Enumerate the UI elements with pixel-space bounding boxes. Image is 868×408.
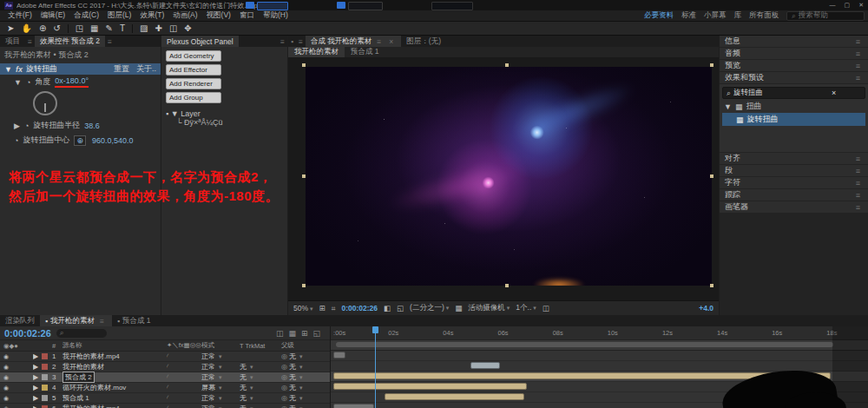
rotate-tool-icon[interactable]: ↺ (53, 23, 60, 33)
panel-menu-icon[interactable]: ≡ (853, 155, 863, 163)
parent-select[interactable]: ◎无▾ (281, 362, 330, 372)
tab-plexus[interactable]: Plexus Object Panel (161, 36, 239, 47)
expand-icon[interactable]: ▶ (33, 394, 38, 402)
composition-canvas-nebula[interactable] (306, 67, 712, 286)
layer-color-swatch[interactable] (42, 353, 48, 359)
eye-icon[interactable]: ◉ (3, 353, 9, 360)
panel-header-align[interactable]: 对齐≡ (720, 153, 868, 164)
panel-menu-icon[interactable]: ≡ (853, 167, 863, 175)
panel-menu-icon[interactable]: ≡ (853, 203, 863, 212)
workspace-essentials[interactable]: 必要资料 (644, 10, 674, 21)
window-minimize-button[interactable]: — (830, 2, 836, 9)
snapshot-icon[interactable]: ◧ (384, 304, 391, 313)
layer-color-swatch[interactable] (42, 385, 48, 391)
collapse-icon[interactable]: ▼ (724, 102, 732, 111)
panel-menu-icon[interactable]: ≡ (296, 36, 306, 47)
angle-dial[interactable] (33, 91, 57, 115)
collapse-icon[interactable]: ▼ (14, 78, 22, 87)
panel-header-info[interactable]: 信息≡ (720, 36, 868, 47)
layer-name[interactable]: 循环开火的素材.mov (62, 383, 167, 392)
radius-value[interactable]: 38.6 (84, 122, 100, 130)
time-ruler[interactable]: :00s 02s 04s 06s 08s 10s 12s 14s 16s 18s (331, 326, 868, 340)
collapse-icon[interactable]: ▼ (171, 109, 179, 118)
panel-menu-icon[interactable]: ≡ (25, 36, 35, 47)
table-row[interactable]: ◉ ▶ 5 预合成 1 ∕ 正常▾ 无▾ ◎无▾ (0, 393, 330, 404)
layer-color-swatch[interactable] (42, 374, 48, 380)
panel-menu-icon[interactable]: ≡ (853, 191, 863, 200)
exposure-value[interactable]: +4.0 (699, 304, 713, 313)
parent-header[interactable]: 父级 (281, 341, 330, 350)
menu-view[interactable]: 视图(V) (202, 10, 235, 21)
expand-icon[interactable]: ▶ (33, 363, 38, 371)
comp-handle[interactable] (505, 284, 509, 287)
panel-menu-icon[interactable]: ≡ (278, 36, 287, 47)
selection-tool-icon[interactable]: ➤ (7, 23, 14, 33)
playhead-handle[interactable] (372, 326, 378, 333)
table-row[interactable]: ◉ ▶ 6 我开枪的素材.mp4 ∕ 正常▾ 无▾ ◎无▾ (0, 404, 330, 408)
recorder-overlay-chip[interactable] (348, 2, 383, 10)
eye-icon[interactable]: ◉ (3, 405, 9, 408)
viewer-subtab-comp[interactable]: 我开枪的素材 (288, 47, 345, 57)
panel-header-character[interactable]: 字符≡ (720, 177, 868, 188)
tab-timeline-comp[interactable]: ▪ 我开枪的素材 ≡ (40, 315, 112, 326)
target-icon[interactable]: ⊕ (74, 135, 86, 146)
layer-duration-bar[interactable] (333, 352, 345, 359)
work-area-bar[interactable] (331, 340, 868, 351)
composition-mini-flowchart-icon[interactable]: ◫ (276, 329, 284, 338)
layer-duration-bar[interactable] (385, 393, 524, 400)
table-row[interactable]: ◉ ▶ 4 循环开火的素材.mov ∕ 屏幕▾ 无▾ ◎无▾ (0, 383, 330, 393)
panel-menu-icon[interactable]: ≡ (97, 317, 107, 326)
trkmat-select[interactable]: 无▾ (240, 404, 281, 408)
window-close-button[interactable]: ✕ (858, 2, 864, 9)
effects-category-distort[interactable]: ▼ ▦ 扭曲 (722, 99, 865, 113)
grid-guides-icon[interactable]: ⊞ (319, 304, 326, 313)
tab-effect-controls[interactable]: 效果控件 预合成 2 (35, 36, 105, 47)
comp-handle[interactable] (710, 284, 713, 287)
panel-header-effects-presets[interactable]: 效果和预设≡ (720, 72, 868, 83)
panel-menu-icon[interactable]: ≡ (105, 36, 115, 47)
puppet-pin-tool-icon[interactable]: ✥ (184, 23, 191, 33)
layer-name[interactable]: 我开枪的素材.mp4 (62, 352, 167, 361)
add-geometry-button[interactable]: Add Geometry (166, 50, 221, 62)
comp-handle[interactable] (505, 63, 509, 67)
mode-select[interactable]: 正常▾ (201, 352, 240, 361)
zoom-tool-icon[interactable]: ⊕ (39, 23, 46, 33)
panel-header-paint[interactable]: 画笔器≡ (720, 201, 868, 213)
layer-color-swatch[interactable] (42, 364, 48, 370)
center-value[interactable]: 960.0,540.0 (92, 136, 134, 145)
table-row[interactable]: ◉ ▶ 1 我开枪的素材.mp4 ∕ 正常▾ ◎无▾ (0, 352, 330, 362)
reset-button[interactable]: 重置 (114, 63, 129, 75)
layer-name[interactable]: 预合成 1 (62, 393, 167, 403)
layer-name[interactable]: 我开枪的素材 (62, 362, 167, 372)
menu-window[interactable]: 窗口 (235, 10, 259, 21)
expand-icon[interactable]: ▶ (33, 384, 38, 392)
panel-header-tracker[interactable]: 跟踪≡ (720, 189, 868, 201)
workspace-libraries[interactable]: 库 (734, 10, 742, 21)
resolution-menu[interactable]: (二分之一)▾ (410, 303, 449, 313)
menu-help[interactable]: 帮助(H) (259, 10, 293, 21)
about-button[interactable]: 关于.. (136, 63, 156, 75)
roto-brush-tool-icon[interactable]: ◫ (169, 23, 177, 33)
region-of-interest-icon[interactable]: ◱ (397, 304, 404, 313)
mask-tool-icon[interactable]: ▦ (90, 23, 98, 33)
layer-color-swatch[interactable] (42, 395, 48, 401)
clone-stamp-tool-icon[interactable]: ✚ (155, 23, 162, 33)
camera-tool-icon[interactable]: ◳ (76, 23, 83, 33)
close-icon[interactable]: × (386, 37, 396, 46)
parent-select[interactable]: ◎无▾ (281, 372, 330, 382)
brush-tool-icon[interactable]: ▨ (140, 23, 148, 33)
menu-effect[interactable]: 效果(T) (135, 10, 168, 21)
layer-name[interactable]: 预合成 2 (62, 372, 167, 383)
table-row-selected[interactable]: ◉ ▶ 3 预合成 2 ∕ 正常▾ 无▾ ◎无▾ (0, 372, 330, 383)
composition-viewport[interactable] (288, 57, 719, 301)
pen-tool-icon[interactable]: ✎ (106, 23, 113, 33)
switch-mark-icon[interactable]: ∕ (167, 405, 168, 408)
view-layout-menu[interactable]: 1个..▾ (516, 303, 536, 313)
collapse-icon[interactable]: ▼ (4, 65, 12, 74)
switch-mark-icon[interactable]: ∕ (167, 373, 168, 381)
trkmat-select[interactable]: 无▾ (240, 372, 281, 382)
effects-search-box[interactable]: ⌕ × (722, 87, 865, 99)
track-row[interactable] (331, 351, 868, 361)
panel-header-audio[interactable]: 音频≡ (720, 48, 868, 59)
expand-icon[interactable]: ▶ (33, 373, 38, 381)
